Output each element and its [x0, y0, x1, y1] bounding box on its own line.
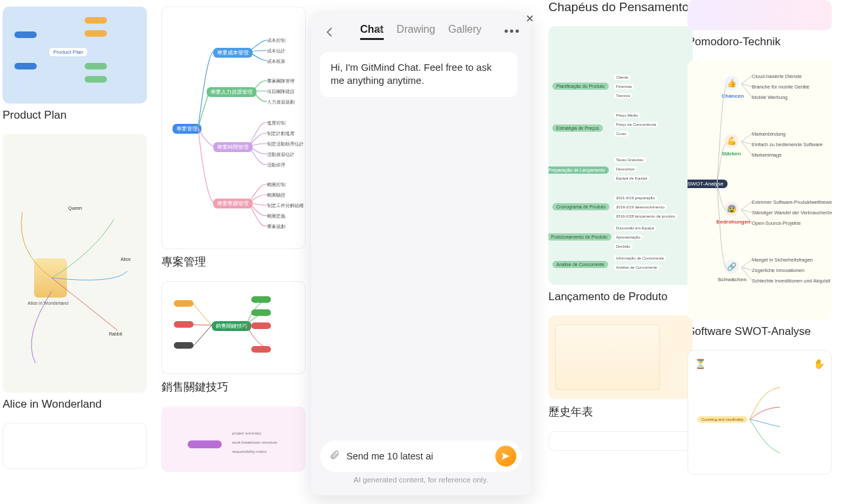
close-button[interactable]: ✕ [520, 9, 539, 28]
thumbs-up-icon: 👍 [724, 76, 739, 90]
template-card[interactable]: Product Plan Product Plan [3, 7, 146, 122]
hourglass-icon: ⏳ [695, 359, 706, 369]
chevron-left-icon [325, 27, 333, 37]
gallery-column: Chapéus do Pensamento Planificação do Pr… [548, 7, 672, 451]
template-card[interactable] [3, 423, 146, 469]
template-card[interactable]: 專案管理 專案成本管理 成本控制 成本估計 成本核算 專案人力資源管理 專案團隊… [161, 7, 307, 269]
chat-header: Chat ⇆ Drawing Gallery ••• [311, 12, 531, 47]
chat-input-area: AI generated content, for reference only… [311, 440, 531, 495]
template-thumbnail: Planificação do Produto Cliente Financas… [548, 26, 693, 285]
ai-disclaimer: AI generated content, for reference only… [320, 472, 522, 490]
template-thumbnail [548, 315, 693, 399]
paperclip-icon [329, 450, 340, 460]
ellipsis-icon: ••• [504, 25, 521, 39]
template-card[interactable]: 銷售關鍵技巧 [161, 281, 307, 395]
hand-icon: ✋ [813, 359, 825, 369]
template-thumbnail: project summary work breakdown structure… [161, 406, 306, 472]
template-title: Pomodoro-Technik [688, 35, 840, 48]
template-card[interactable] [548, 431, 672, 451]
template-title: Lançamento de Produto [548, 290, 672, 303]
chat-tabs: Chat ⇆ Drawing Gallery [341, 24, 501, 40]
weakness-icon: 🔗 [724, 260, 739, 274]
template-thumbnail: Product Plan [3, 7, 147, 104]
template-thumbnail: 專案管理 專案成本管理 成本控制 成本估計 成本核算 專案人力資源管理 專案團隊… [161, 7, 306, 249]
assistant-message: Hi, I'm GitMind Chat. Feel free to ask m… [320, 52, 518, 97]
template-title: 銷售關鍵技巧 [161, 379, 307, 395]
template-title: 歷史年表 [548, 404, 672, 419]
template-card[interactable]: 歷史年表 [548, 315, 672, 419]
close-icon: ✕ [525, 12, 534, 25]
template-thumbnail [688, 0, 832, 30]
template-card[interactable]: SWOT-Analyse 👍 Chancen Cloud-basierte Di… [688, 60, 840, 338]
tab-drawing[interactable]: Drawing [397, 24, 436, 40]
template-title: 專案管理 [161, 254, 307, 269]
back-button[interactable] [321, 24, 337, 40]
chat-input-bar [320, 440, 522, 472]
template-card[interactable]: Planificação do Produto Cliente Financas… [548, 26, 672, 303]
template-thumbnail: 銷售關鍵技巧 [161, 281, 306, 374]
chat-input[interactable] [346, 451, 489, 461]
template-card[interactable]: Pomodoro-Technik [688, 0, 840, 48]
gallery-column: Product Plan Product Plan Alice in Wonde… [3, 7, 146, 469]
template-title: Alice in Wonderland [3, 398, 146, 411]
send-button[interactable] [495, 446, 516, 467]
template-thumbnail: ⏳ ✋ Counting and cardinality [688, 350, 832, 475]
strength-icon: 💪 [724, 134, 739, 148]
template-card[interactable]: Alice in Wonderland Queen Alice Rabbit A… [3, 134, 146, 411]
chat-body: Hi, I'm GitMind Chat. Feel free to ask m… [311, 47, 531, 440]
tab-gallery[interactable]: Gallery [448, 24, 482, 40]
template-title: Chapéus do Pensamento [548, 0, 672, 14]
gallery-column: Pomodoro-Technik SWOT-Analyse 👍 Chancen … [688, 7, 840, 475]
template-thumbnail [3, 423, 147, 469]
chat-panel: ✕ Chat ⇆ Drawing Gallery ••• Hi, I'm Git… [311, 12, 531, 495]
template-title: Software SWOT-Analyse [688, 325, 840, 338]
threat-icon: 😰 [724, 202, 739, 216]
template-title: Product Plan [3, 109, 146, 122]
template-card[interactable]: Chapéus do Pensamento [548, 0, 672, 14]
template-thumbnail [548, 431, 693, 451]
more-button[interactable]: ••• [504, 24, 520, 40]
template-card[interactable]: ⏳ ✋ Counting and cardinality [688, 350, 840, 475]
swap-icon: ⇆ [376, 24, 384, 34]
send-icon [501, 451, 511, 461]
template-thumbnail: SWOT-Analyse 👍 Chancen Cloud-basierte Di… [688, 60, 832, 320]
gallery-column: 專案管理 專案成本管理 成本控制 成本估計 成本核算 專案人力資源管理 專案團隊… [161, 7, 307, 472]
template-card[interactable]: project summary work breakdown structure… [161, 406, 307, 472]
template-thumbnail: Alice in Wonderland Queen Alice Rabbit [3, 134, 147, 393]
attachment-button[interactable] [329, 450, 340, 463]
